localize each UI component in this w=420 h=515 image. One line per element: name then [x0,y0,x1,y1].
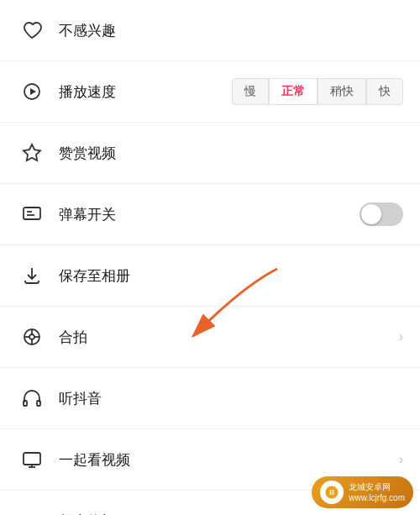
like-video-label: 赞赏视频 [59,144,403,163]
heart-icon [17,15,47,45]
hot-icon: DOU↑ [17,506,47,515]
watermark-site: 龙城安卓网 [349,481,405,492]
listen-douyin-label: 听抖音 [59,389,403,408]
danmu-toggle-container [360,202,403,226]
speed-slow[interactable]: 慢 [232,78,269,105]
collab-chevron-icon: › [399,329,403,344]
watch-together-icon [17,444,47,475]
menu-item-not-interested[interactable]: 不感兴趣 [0,0,420,61]
watermark-url: www.lcjrfg.com [349,492,405,503]
watch-together-chevron-icon: › [399,452,403,467]
watermark-text-container: 龙城安卓网 www.lcjrfg.com [349,481,405,503]
menu-item-like-video[interactable]: 赞赏视频 [0,123,420,184]
help-hot-label: 帮上热门 [59,512,403,516]
svg-rect-12 [24,401,27,406]
collab-icon [17,322,47,352]
svg-marker-1 [30,88,36,95]
like-icon [17,138,47,168]
playback-speed-label: 播放速度 [59,82,232,102]
play-speed-icon [17,76,47,107]
watch-together-right: › [396,452,403,467]
menu-item-save[interactable]: 保存至相册 [0,245,420,307]
menu-list: 不感兴趣 播放速度 慢 正常 稍快 快 赞赏视频 [0,0,420,515]
speed-fast[interactable]: 稍快 [318,78,366,105]
collab-label: 合拍 [59,328,396,347]
watermark: 龙城安卓网 www.lcjrfg.com [312,476,413,508]
speed-fastest[interactable]: 快 [366,78,403,105]
watch-together-label: 一起看视频 [59,450,396,470]
svg-point-7 [29,334,34,339]
save-icon [17,260,47,291]
menu-item-playback-speed: 播放速度 慢 正常 稍快 快 [0,61,420,123]
headphone-icon [17,383,47,413]
watermark-logo [320,481,344,504]
save-label: 保存至相册 [59,266,403,286]
menu-item-danmu[interactable]: 弹幕开关 [0,184,420,245]
speed-options: 慢 正常 稍快 快 [232,78,403,105]
speed-normal[interactable]: 正常 [269,78,318,105]
svg-rect-13 [37,401,40,406]
not-interested-label: 不感兴趣 [59,21,403,40]
danmu-label: 弹幕开关 [59,205,360,224]
danmu-toggle[interactable] [360,202,403,226]
danmu-icon [17,199,47,229]
menu-item-listen-douyin[interactable]: 听抖音 [0,368,420,429]
speed-selector: 慢 正常 稍快 快 [232,78,403,105]
svg-rect-14 [24,453,40,465]
svg-marker-2 [24,145,40,160]
menu-item-collab[interactable]: 合拍 › [0,307,420,368]
collab-right: › [396,329,403,344]
svg-rect-3 [24,208,40,219]
